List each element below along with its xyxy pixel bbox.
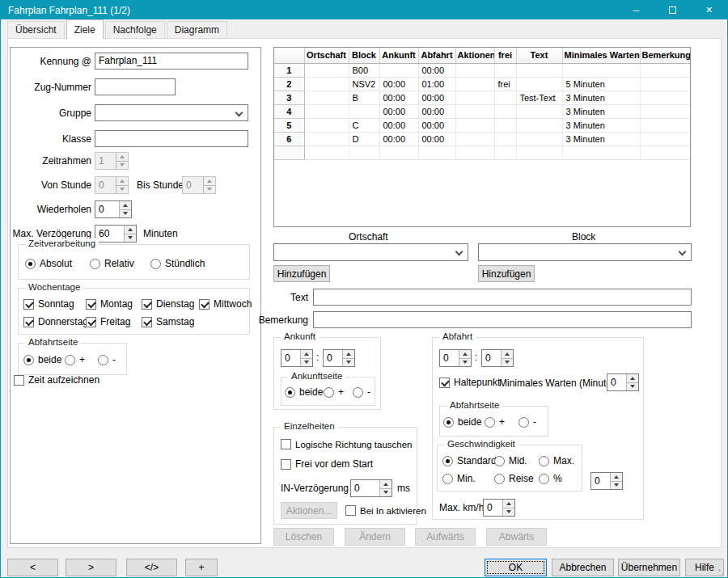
radio-reise[interactable]: Reise (494, 473, 534, 484)
ankunft-hour-spinner[interactable]: 0 (281, 349, 313, 367)
checkbox-bei-in-aktivieren[interactable]: Bei In aktivieren (345, 505, 426, 516)
spin-up-button[interactable] (125, 226, 136, 234)
table-row[interactable]: 3B00:0000:00Test-Text3 Minuten (274, 91, 691, 104)
radio-abfahrt-beide[interactable]: beide (443, 416, 481, 428)
radio-abfahrtseite-minus[interactable]: - (98, 354, 116, 365)
spin-up-button[interactable] (503, 500, 514, 508)
spin-down-button[interactable] (611, 481, 622, 490)
radio-ankunftseite-beide[interactable]: beide (285, 386, 323, 398)
table-row[interactable]: 6D00:0000:003 Minuten (274, 132, 691, 146)
spin-up-button[interactable] (343, 350, 354, 358)
col-rownum[interactable] (274, 48, 304, 63)
col-ortschaft[interactable]: Ortschaft (304, 48, 349, 63)
max-verzoegerung-spinner[interactable]: 60 (95, 225, 137, 243)
max-kmh-spinner[interactable]: 0 (483, 499, 515, 517)
tab-ziele[interactable]: Ziele (66, 19, 104, 39)
tab-diagramm[interactable]: Diagramm (167, 21, 227, 39)
close-icon[interactable]: ✕ (691, 1, 727, 19)
radio-abfahrt-plus[interactable]: + (485, 416, 505, 428)
radio-relativ[interactable]: Relativ (90, 258, 134, 269)
col-aktionen[interactable]: Aktionen (455, 48, 494, 63)
radio-max[interactable]: Max. (539, 455, 574, 466)
col-ankunft[interactable]: Ankunft (379, 48, 418, 63)
checkbox-sonntag[interactable]: Sonntag (23, 298, 74, 310)
tab-uebersicht[interactable]: Übersicht (7, 21, 65, 39)
spin-up-button[interactable] (120, 201, 131, 209)
ortschaft-combobox[interactable] (273, 243, 468, 261)
radio-abfahrtseite-plus[interactable]: + (65, 354, 85, 365)
kennung-input[interactable]: Fahrplan_111 (95, 53, 248, 70)
text-input[interactable] (313, 289, 692, 306)
next-button[interactable]: > (66, 559, 116, 576)
code-button[interactable]: </> (126, 559, 177, 576)
abfahrt-hour-spinner[interactable]: 0 (439, 349, 472, 367)
uebernehmen-button[interactable]: Übernehmen (618, 559, 680, 576)
col-block[interactable]: Block (349, 48, 379, 63)
radio-stuendlich[interactable]: Stündlich (150, 258, 205, 269)
spin-down-button[interactable] (301, 358, 312, 367)
plus-button[interactable]: + (185, 559, 218, 576)
checkbox-samstag[interactable]: Samstag (142, 316, 194, 327)
gruppe-combobox[interactable] (95, 104, 248, 121)
hinzufuegen-ortschaft-button[interactable]: Hinzufügen (273, 265, 330, 282)
hinzufuegen-block-button[interactable]: Hinzufügen (478, 265, 535, 282)
radio-absolut[interactable]: Absolut (25, 258, 72, 269)
col-abfahrt[interactable]: Abfahrt (418, 48, 455, 63)
spin-down-button[interactable] (502, 358, 513, 367)
radio-abfahrtseite-beide[interactable]: beide (23, 354, 61, 365)
spin-up-button[interactable] (502, 350, 513, 358)
prev-button[interactable]: < (7, 559, 58, 576)
table-row[interactable]: 400:0000:003 Minuten (274, 104, 691, 118)
abfahrt-minute-spinner[interactable]: 0 (481, 349, 514, 367)
checkbox-logische-richtung[interactable]: Logische Richtung tauschen (281, 439, 413, 449)
radio-ankunftseite-plus[interactable]: + (324, 386, 344, 398)
spin-down-button[interactable] (459, 358, 471, 367)
radio-ankunftseite-minus[interactable]: - (353, 386, 370, 398)
col-minimales-warten[interactable]: Minimales Warten (562, 48, 640, 63)
radio-mid[interactable]: Mid. (494, 455, 527, 466)
spin-up-button[interactable] (459, 350, 471, 358)
block-combobox[interactable] (478, 243, 692, 261)
radio-standard[interactable]: Standard (442, 455, 497, 466)
checkbox-frei-vor-start[interactable]: Frei vor dem Start (281, 458, 373, 470)
spin-down-button[interactable] (627, 382, 638, 391)
spin-up-button[interactable] (301, 350, 312, 358)
col-bemerkung[interactable]: Bemerkung (640, 48, 691, 63)
resize-grip[interactable] (718, 569, 725, 576)
ankunft-minute-spinner[interactable]: 0 (323, 349, 355, 367)
spin-down-button[interactable] (120, 209, 131, 218)
col-text[interactable]: Text (516, 48, 562, 63)
zug-nummer-input[interactable] (95, 78, 176, 95)
spin-down-button[interactable] (503, 508, 514, 517)
spin-down-button[interactable] (343, 358, 354, 367)
checkbox-freitag[interactable]: Freitag (86, 316, 130, 327)
radio-abfahrt-minus[interactable]: - (518, 416, 536, 428)
col-frei[interactable]: frei (494, 48, 516, 63)
spin-up-button[interactable] (627, 374, 638, 382)
minimize-icon[interactable]: ─ (618, 1, 654, 19)
checkbox-zeit-aufzeichnen[interactable]: Zeit aufzeichnen (14, 374, 99, 386)
table-row[interactable]: 2NSV200:0001:00frei5 Minuten (274, 77, 691, 91)
wiederholen-spinner[interactable]: 0 (95, 200, 132, 218)
spin-down-button[interactable] (125, 234, 136, 243)
checkbox-montag[interactable]: Montag (86, 298, 133, 310)
bemerkung-input[interactable] (313, 311, 692, 328)
radio-percent[interactable]: % (539, 473, 562, 484)
table-row[interactable]: 1B0000:00 (274, 63, 691, 77)
abbrechen-button[interactable]: Abbrechen (552, 559, 614, 576)
tab-nachfolge[interactable]: Nachfolge (105, 21, 165, 39)
spin-down-button[interactable] (380, 488, 392, 497)
checkbox-haltepunkt[interactable]: Haltepunkt (439, 377, 500, 388)
maximize-icon[interactable] (654, 1, 691, 19)
ok-button[interactable]: OK (485, 559, 547, 576)
spin-up-button[interactable] (380, 480, 392, 488)
klasse-input[interactable] (95, 130, 248, 147)
destinations-table[interactable]: Ortschaft Block Ankunft Abfahrt Aktionen… (273, 47, 691, 227)
minimales-warten-spinner[interactable]: 0 (607, 373, 639, 391)
radio-min[interactable]: Min. (442, 473, 476, 484)
spin-up-button[interactable] (611, 473, 622, 481)
in-verzoegerung-spinner[interactable]: 0 (350, 479, 392, 497)
table-row[interactable]: 5C00:0000:003 Minuten (274, 118, 691, 132)
checkbox-dienstag[interactable]: Dienstag (142, 298, 194, 310)
percent-spinner[interactable]: 0 (590, 472, 623, 490)
